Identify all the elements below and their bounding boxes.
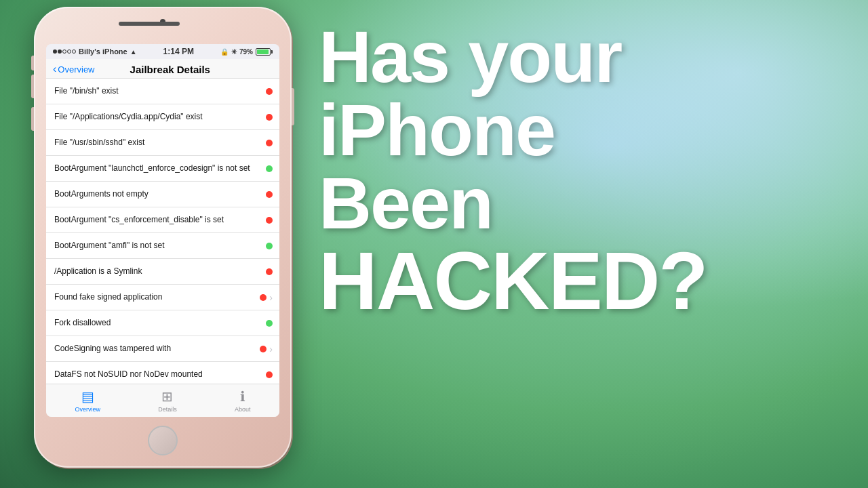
list-item-text: BootArgument "amfi" is not set	[54, 241, 266, 251]
red-dot-icon	[266, 140, 273, 146]
list-item-text: BootArgument "cs_enforcement_disable" is…	[54, 215, 266, 226]
list-item: BootArgument "cs_enforcement_disable" is…	[46, 207, 279, 233]
list-item-right	[266, 140, 273, 146]
tab-icon-overview: ▤	[81, 388, 94, 405]
list-item-text: File "/Applications/Cydia.app/Cydia" exi…	[54, 112, 266, 123]
list-item-text: BootArguments not empty	[54, 189, 266, 200]
list-item: File "/Applications/Cydia.app/Cydia" exi…	[46, 104, 279, 130]
mute-switch[interactable]	[31, 56, 34, 70]
status-left: Billy's iPhone ▲	[53, 47, 137, 56]
red-dot-icon	[266, 191, 273, 198]
headline-line3: Been	[319, 162, 492, 244]
list-item-right	[266, 320, 273, 327]
battery-fill	[257, 49, 269, 54]
list-item-right	[266, 371, 273, 378]
green-dot-icon	[266, 320, 273, 327]
list-item: File "/usr/sbin/sshd" exist	[46, 130, 279, 156]
status-bar: Billy's iPhone ▲ 1:14 PM 🔒 ✳ 79%	[46, 44, 279, 59]
tab-icon-details: ⊞	[161, 388, 173, 405]
battery-body	[256, 48, 271, 56]
signal-dot-3	[62, 49, 66, 54]
list-item-text: DataFS not NoSUID nor NoDev mounted	[54, 369, 266, 380]
volume-down-button[interactable]	[31, 107, 34, 131]
list-item-text: CodeSigning was tampered with	[54, 344, 260, 354]
headline-text: Has your iPhone Been HACKED?	[319, 20, 827, 321]
list-item: BootArgument "launchctl_enforce_codesign…	[46, 156, 279, 182]
carrier-label: Billy's iPhone	[79, 47, 127, 56]
bluetooth-icon: ✳	[231, 48, 237, 56]
list-item[interactable]: CodeSigning was tampered with›	[46, 336, 279, 362]
status-right: 🔒 ✳ 79%	[220, 48, 273, 56]
red-dot-icon	[266, 268, 273, 275]
battery-indicator	[256, 48, 273, 56]
red-dot-icon	[260, 346, 267, 352]
phone-device: Billy's iPhone ▲ 1:14 PM 🔒 ✳ 79%	[20, 7, 305, 481]
red-dot-icon	[266, 88, 273, 95]
green-dot-icon	[266, 165, 273, 172]
side-button[interactable]	[292, 88, 294, 125]
list-item: /Application is a Symlink	[46, 259, 279, 285]
battery-percent: 79%	[239, 48, 253, 56]
red-dot-icon	[266, 217, 273, 224]
wifi-icon: ▲	[130, 48, 137, 56]
list-item-right	[266, 165, 273, 172]
list-item-text: File "/bin/sh" exist	[54, 86, 266, 97]
headline-line1: Has your	[319, 16, 621, 98]
red-dot-icon	[266, 371, 273, 378]
tab-label-details: Details	[158, 406, 177, 413]
list-item: Fork disallowed	[46, 310, 279, 336]
tab-item-about[interactable]: ℹAbout	[235, 388, 251, 413]
chevron-left-icon: ‹	[53, 63, 56, 75]
list-item-right	[266, 88, 273, 95]
signal-dots	[53, 49, 76, 54]
list-item-text: File "/usr/sbin/sshd" exist	[54, 138, 266, 148]
list-item-right	[266, 191, 273, 198]
chevron-right-icon: ›	[269, 344, 273, 354]
nav-bar: ‹ Overview Jailbreak Details	[46, 59, 279, 79]
tab-item-details[interactable]: ⊞Details	[158, 388, 177, 413]
tab-item-overview[interactable]: ▤Overview	[75, 388, 101, 413]
list-item-right: ›	[260, 292, 273, 303]
tab-icon-about: ℹ	[240, 388, 245, 405]
headline-line4: HACKED?	[319, 240, 827, 321]
nav-title: Jailbreak Details	[68, 64, 273, 75]
list-item[interactable]: Found fake signed application›	[46, 285, 279, 310]
headline-section: Has your iPhone Been HACKED?	[319, 20, 827, 321]
list-item: File "/bin/sh" exist	[46, 79, 279, 104]
headline-line2: iPhone	[319, 89, 555, 171]
red-dot-icon	[260, 294, 267, 301]
list-item-right	[266, 243, 273, 249]
red-dot-icon	[266, 114, 273, 121]
signal-dot-1	[53, 49, 57, 54]
list-item: BootArguments not empty	[46, 182, 279, 207]
list-item-right	[266, 268, 273, 275]
signal-dot-5	[72, 49, 76, 54]
jailbreak-list: File "/bin/sh" existFile "/Applications/…	[46, 79, 279, 384]
tab-label-overview: Overview	[75, 406, 101, 413]
phone-screen: Billy's iPhone ▲ 1:14 PM 🔒 ✳ 79%	[46, 44, 279, 417]
list-item: BootArgument "amfi" is not set	[46, 233, 279, 259]
speaker	[119, 22, 180, 26]
list-item: DataFS not NoSUID nor NoDev mounted	[46, 362, 279, 384]
green-dot-icon	[266, 243, 273, 249]
list-item-text: /Application is a Symlink	[54, 266, 266, 277]
list-item-right	[266, 217, 273, 224]
list-item-right: ›	[260, 344, 273, 354]
list-item-right	[266, 114, 273, 121]
tab-bar: ▤Overview⊞DetailsℹAbout	[46, 384, 279, 417]
signal-dot-4	[67, 49, 71, 54]
status-time: 1:14 PM	[163, 47, 194, 56]
list-item-text: BootArgument "launchctl_enforce_codesign…	[54, 163, 266, 174]
list-item-text: Fork disallowed	[54, 318, 266, 329]
volume-up-button[interactable]	[31, 75, 34, 98]
chevron-right-icon: ›	[269, 292, 273, 303]
tab-label-about: About	[235, 406, 251, 413]
home-button[interactable]	[148, 426, 178, 455]
phone-body: Billy's iPhone ▲ 1:14 PM 🔒 ✳ 79%	[34, 7, 292, 468]
battery-tip	[271, 50, 273, 54]
list-item-text: Found fake signed application	[54, 292, 260, 303]
lock-icon: 🔒	[220, 48, 229, 56]
signal-dot-2	[58, 49, 62, 54]
